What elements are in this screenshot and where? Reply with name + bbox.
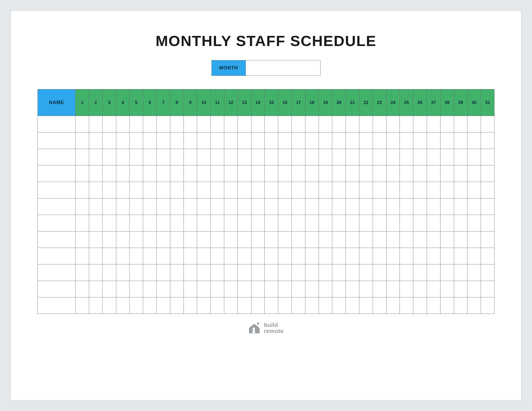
schedule-cell[interactable]	[373, 182, 386, 198]
schedule-cell[interactable]	[170, 297, 184, 314]
schedule-cell[interactable]	[251, 182, 265, 198]
schedule-cell[interactable]	[143, 297, 157, 314]
schedule-cell[interactable]	[440, 165, 454, 182]
schedule-cell[interactable]	[265, 264, 278, 281]
schedule-cell[interactable]	[427, 182, 440, 198]
schedule-cell[interactable]	[413, 149, 427, 165]
name-cell[interactable]	[38, 264, 76, 281]
schedule-cell[interactable]	[278, 231, 292, 248]
schedule-cell[interactable]	[102, 149, 116, 165]
schedule-cell[interactable]	[332, 149, 346, 165]
schedule-cell[interactable]	[332, 132, 346, 149]
schedule-cell[interactable]	[116, 297, 130, 314]
schedule-cell[interactable]	[413, 231, 427, 248]
schedule-cell[interactable]	[211, 264, 224, 281]
schedule-cell[interactable]	[440, 198, 454, 215]
schedule-cell[interactable]	[481, 132, 494, 149]
schedule-cell[interactable]	[454, 215, 467, 231]
schedule-cell[interactable]	[197, 198, 211, 215]
schedule-cell[interactable]	[184, 264, 197, 281]
schedule-cell[interactable]	[319, 231, 332, 248]
schedule-cell[interactable]	[89, 215, 103, 231]
schedule-cell[interactable]	[157, 165, 170, 182]
schedule-cell[interactable]	[130, 116, 143, 132]
schedule-cell[interactable]	[427, 264, 440, 281]
name-cell[interactable]	[38, 215, 76, 231]
schedule-cell[interactable]	[157, 231, 170, 248]
schedule-cell[interactable]	[346, 182, 359, 198]
schedule-cell[interactable]	[359, 182, 373, 198]
schedule-cell[interactable]	[400, 297, 413, 314]
schedule-cell[interactable]	[346, 165, 359, 182]
schedule-cell[interactable]	[359, 264, 373, 281]
schedule-cell[interactable]	[197, 215, 211, 231]
schedule-cell[interactable]	[184, 231, 197, 248]
schedule-cell[interactable]	[346, 248, 359, 264]
schedule-cell[interactable]	[143, 231, 157, 248]
schedule-cell[interactable]	[319, 281, 332, 297]
schedule-cell[interactable]	[89, 182, 103, 198]
schedule-cell[interactable]	[481, 149, 494, 165]
schedule-cell[interactable]	[251, 297, 265, 314]
schedule-cell[interactable]	[278, 297, 292, 314]
schedule-cell[interactable]	[224, 132, 238, 149]
schedule-cell[interactable]	[102, 297, 116, 314]
schedule-cell[interactable]	[197, 165, 211, 182]
schedule-cell[interactable]	[238, 264, 251, 281]
schedule-cell[interactable]	[102, 264, 116, 281]
schedule-cell[interactable]	[130, 281, 143, 297]
schedule-cell[interactable]	[265, 182, 278, 198]
schedule-cell[interactable]	[440, 116, 454, 132]
schedule-cell[interactable]	[413, 264, 427, 281]
schedule-cell[interactable]	[346, 231, 359, 248]
schedule-cell[interactable]	[197, 297, 211, 314]
schedule-cell[interactable]	[305, 264, 319, 281]
schedule-cell[interactable]	[157, 215, 170, 231]
schedule-cell[interactable]	[373, 116, 386, 132]
schedule-cell[interactable]	[116, 198, 130, 215]
schedule-cell[interactable]	[76, 297, 89, 314]
schedule-cell[interactable]	[346, 198, 359, 215]
schedule-cell[interactable]	[102, 231, 116, 248]
schedule-cell[interactable]	[400, 132, 413, 149]
schedule-cell[interactable]	[359, 281, 373, 297]
schedule-cell[interactable]	[251, 165, 265, 182]
schedule-cell[interactable]	[184, 116, 197, 132]
schedule-cell[interactable]	[454, 198, 467, 215]
schedule-cell[interactable]	[386, 248, 400, 264]
schedule-cell[interactable]	[224, 281, 238, 297]
schedule-cell[interactable]	[319, 165, 332, 182]
schedule-cell[interactable]	[265, 116, 278, 132]
schedule-cell[interactable]	[440, 248, 454, 264]
schedule-cell[interactable]	[481, 182, 494, 198]
schedule-cell[interactable]	[481, 248, 494, 264]
schedule-cell[interactable]	[413, 182, 427, 198]
schedule-cell[interactable]	[211, 297, 224, 314]
schedule-cell[interactable]	[373, 215, 386, 231]
schedule-cell[interactable]	[427, 116, 440, 132]
schedule-cell[interactable]	[184, 132, 197, 149]
schedule-cell[interactable]	[427, 198, 440, 215]
schedule-cell[interactable]	[454, 149, 467, 165]
schedule-cell[interactable]	[170, 132, 184, 149]
schedule-cell[interactable]	[211, 165, 224, 182]
schedule-cell[interactable]	[332, 182, 346, 198]
schedule-cell[interactable]	[184, 281, 197, 297]
schedule-cell[interactable]	[130, 182, 143, 198]
schedule-cell[interactable]	[76, 231, 89, 248]
schedule-cell[interactable]	[278, 182, 292, 198]
schedule-cell[interactable]	[143, 182, 157, 198]
schedule-cell[interactable]	[238, 149, 251, 165]
schedule-cell[interactable]	[359, 215, 373, 231]
schedule-cell[interactable]	[170, 165, 184, 182]
schedule-cell[interactable]	[386, 264, 400, 281]
schedule-cell[interactable]	[454, 264, 467, 281]
schedule-cell[interactable]	[251, 116, 265, 132]
schedule-cell[interactable]	[359, 116, 373, 132]
schedule-cell[interactable]	[467, 116, 481, 132]
schedule-cell[interactable]	[278, 116, 292, 132]
schedule-cell[interactable]	[197, 231, 211, 248]
schedule-cell[interactable]	[481, 198, 494, 215]
schedule-cell[interactable]	[211, 215, 224, 231]
schedule-cell[interactable]	[89, 231, 103, 248]
